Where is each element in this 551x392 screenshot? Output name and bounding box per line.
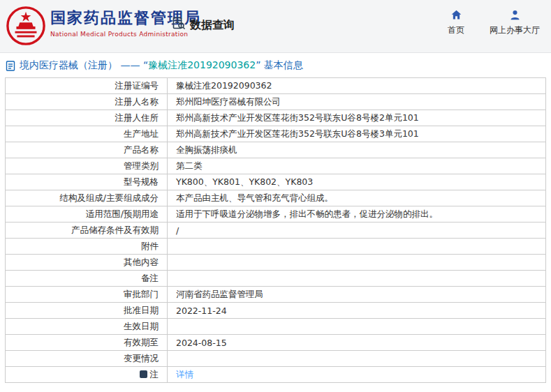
row-value [168,351,546,367]
row-label: 注册人名称 [6,94,168,110]
row-value: 2022-11-24 [168,303,546,319]
row-value [168,239,546,255]
table-row: 批准日期 2022-11-24 [6,303,546,319]
row-value [168,319,546,335]
registration-info-table: 注册证编号 豫械注准20192090362 注册人名称 郑州阳坤医疗器械有限公司… [5,77,546,383]
row-label: 产品储存条件及有效期 [6,223,168,239]
row-label: 适用范围/预期用途 [6,206,168,223]
row-label: 型号规格 [6,174,168,190]
table-row: 适用范围/预期用途 适用于下呼吸道分泌物增多，排出不畅的患者，促进分泌物的排出。 [6,206,546,223]
row-label: 注 [6,367,168,383]
table-row: 注册人名称 郑州阳坤医疗器械有限公司 [6,94,546,110]
row-label: 管理类别 [6,158,168,174]
table-row: 生产地址 郑州高新技术产业开发区莲花街352号联东U谷8号楼3单元101 [6,126,546,142]
row-label: 备注 [6,271,168,287]
row-label: 其他内容 [6,255,168,271]
row-value: 详情 [168,367,546,383]
row-value: YK800、YK801、YK802、YK803 [168,174,546,190]
home-icon [450,9,462,21]
national-emblem-logo [6,6,46,46]
table-row: 结构及组成/主要组成成分 本产品由主机、导气管和充气背心组成。 [6,190,546,206]
row-value: 本产品由主机、导气管和充气背心组成。 [168,190,546,206]
page-title: 境内医疗器械（注册） —— “豫械注准20192090362” 基本信息 [6,59,545,72]
note-label: 注 [150,369,159,379]
table-row: 其他内容 [6,255,546,271]
row-value [168,255,546,271]
data-query-label: 数据查询 [190,18,235,33]
nav-data-query[interactable]: 数据查询 [172,17,235,33]
row-value: 郑州高新技术产业开发区莲花街352号联东U谷8号楼2单元101 [168,110,546,126]
table-row: 型号规格 YK800、YK801、YK802、YK803 [6,174,546,190]
row-label: 批准日期 [6,303,168,319]
row-label: 变更情况 [6,351,168,367]
row-label: 注册证编号 [6,78,168,94]
row-label: 注册人住所 [6,110,168,126]
table-row: 有效期至 2024-08-15 [6,335,546,351]
table-row: 产品名称 全胸振荡排痰机 [6,142,546,158]
table-row: 备注 [6,271,546,287]
document-icon [6,61,15,71]
row-label: 生产地址 [6,126,168,142]
nav-home-label: 首页 [448,24,464,36]
note-badge-icon [140,370,147,378]
data-query-icon [172,17,186,33]
table-row: 审批部门 河南省药品监督管理局 [6,287,546,303]
row-value: 第二类 [168,158,546,174]
row-label: 结构及组成/主要组成成分 [6,190,168,206]
nav-service-hall-label: 网上办事大厅 [490,24,540,36]
table-row: 注册人住所 郑州高新技术产业开发区莲花街352号联东U谷8号楼2单元101 [6,110,546,126]
page-title-suffix: ” 基本信息 [256,59,303,70]
row-label: 产品名称 [6,142,168,158]
row-value: 郑州高新技术产业开发区莲花街352号联东U谷8号楼3单元101 [168,126,546,142]
row-value: / [168,223,546,239]
table-row: 管理类别 第二类 [6,158,546,174]
nav-home[interactable]: 首页 [448,9,464,36]
top-nav: 首页 网上办事大厅 [448,9,540,36]
row-value: 郑州阳坤医疗器械有限公司 [168,94,546,110]
table-row: 附件 [6,239,546,255]
row-label: 审批部门 [6,287,168,303]
table-row: 生效日期 [6,319,546,335]
row-label: 有效期至 [6,335,168,351]
row-value [168,271,546,287]
row-value: 豫械注准20192090362 [168,78,546,94]
row-label: 生效日期 [6,319,168,335]
page-title-prefix: 境内医疗器械（注册） —— “ [20,59,148,70]
row-value: 全胸振荡排痰机 [168,142,546,158]
page-title-text: 境内医疗器械（注册） —— “豫械注准20192090362” 基本信息 [20,59,303,72]
table-row: 变更情况 [6,351,546,367]
table-row: 注 详情 [6,367,546,383]
row-value: 适用于下呼吸道分泌物增多，排出不畅的患者，促进分泌物的排出。 [168,206,546,223]
table-row: 产品储存条件及有效期 / [6,223,546,239]
row-value: 河南省药品监督管理局 [168,287,546,303]
nav-service-hall[interactable]: 网上办事大厅 [490,9,540,36]
site-header: 国家药品监督管理局 National Medical Products Admi… [0,0,551,53]
row-label: 附件 [6,239,168,255]
person-icon [509,9,521,21]
page-title-reg-number: 豫械注准20192090362 [148,59,256,70]
row-value: 2024-08-15 [168,335,546,351]
table-row: 注册证编号 豫械注准20192090362 [6,78,546,94]
details-link[interactable]: 详情 [176,369,193,379]
